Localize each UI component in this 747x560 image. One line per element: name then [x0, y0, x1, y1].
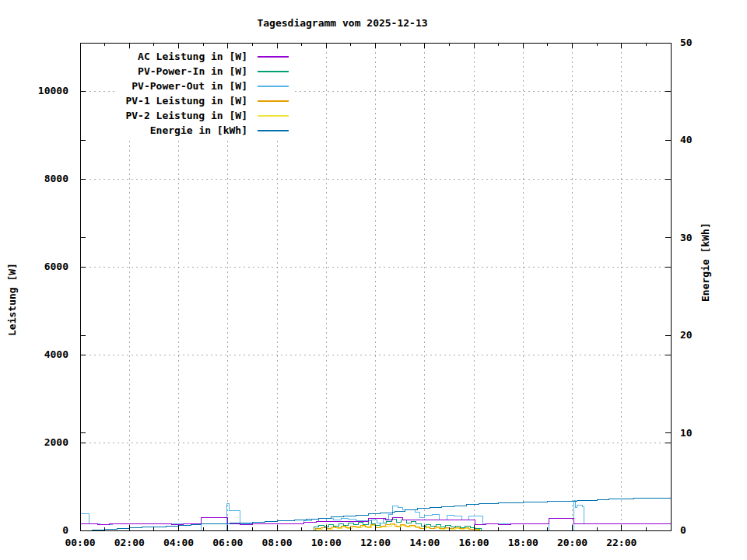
tick-label: 0: [62, 524, 68, 536]
tick-label: 10000: [38, 85, 68, 96]
tick-label: 16:00: [458, 537, 489, 548]
legend-line-swatch: [258, 71, 289, 72]
legend-label: Energie in [kWh]: [117, 124, 247, 136]
chart-canvas: 02000400060008000100000102030405000:0002…: [0, 0, 747, 560]
chart-title: Tagesdiagramm vom 2025-12-13: [0, 17, 685, 29]
legend-item-pv-out: PV-Power-Out in [W]: [117, 79, 289, 93]
legend-item-pv1: PV-1 Leistung in [W]: [117, 93, 289, 108]
tick-label: 02:00: [114, 537, 145, 548]
legend-label: AC Leistung in [W]: [117, 51, 247, 62]
legend-line-swatch: [258, 130, 289, 131]
y-axis-right-label: Energie [kWh]: [700, 222, 711, 302]
legend-item-ac: AC Leistung in [W]: [117, 49, 289, 64]
tick-label: 40: [680, 134, 693, 145]
legend-label: PV-2 Leistung in [W]: [117, 110, 247, 121]
tick-label: 14:00: [409, 537, 440, 548]
tick-label: 10: [680, 427, 693, 439]
legend-line-swatch: [258, 100, 289, 102]
tick-label: 12:00: [360, 537, 391, 548]
tick-label: 08:00: [261, 537, 292, 548]
tick-label: 8000: [44, 173, 68, 184]
tick-label: 50: [680, 37, 693, 48]
tick-label: 22:00: [606, 537, 637, 548]
tick-label: 06:00: [212, 537, 243, 548]
tick-label: 04:00: [163, 537, 194, 548]
chart-plot: 02000400060008000100000102030405000:0002…: [0, 0, 747, 560]
tick-label: 20: [680, 329, 693, 341]
tick-label: 20:00: [557, 537, 587, 548]
legend-item-pv-in: PV-Power-In in [W]: [117, 64, 289, 79]
tick-label: 4000: [44, 348, 68, 360]
tick-label: 0: [680, 524, 686, 536]
legend-line-swatch: [258, 86, 289, 87]
legend-label: PV-Power-Out in [W]: [117, 80, 247, 92]
tick-label: 2000: [44, 436, 68, 448]
legend-label: PV-1 Leistung in [W]: [117, 95, 247, 107]
tick-label: 18:00: [508, 537, 538, 548]
legend-line-swatch: [258, 56, 289, 58]
legend-item-pv2: PV-2 Leistung in [W]: [117, 108, 289, 123]
tick-label: 30: [680, 232, 693, 243]
legend-item-energie: Energie in [kWh]: [117, 123, 289, 138]
tick-label: 00:00: [65, 537, 95, 548]
tick-label: 10:00: [311, 537, 342, 548]
y-axis-left-label: Leistung [W]: [6, 263, 18, 336]
legend: AC Leistung in [W] PV-Power-In in [W] PV…: [117, 49, 292, 138]
legend-label: PV-Power-In in [W]: [117, 65, 247, 77]
legend-line-swatch: [258, 115, 289, 117]
tick-label: 6000: [44, 261, 68, 272]
